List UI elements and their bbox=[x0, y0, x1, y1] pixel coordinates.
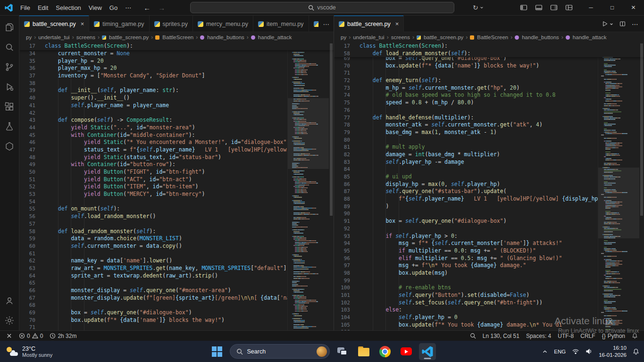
search-status[interactable] bbox=[467, 333, 479, 339]
youtube-button[interactable] bbox=[398, 343, 415, 360]
breadcrumb-item[interactable]: BattleScreen bbox=[162, 34, 193, 40]
chrome-button[interactable] bbox=[376, 343, 393, 360]
tab-overflow-button[interactable]: ⋯ bbox=[318, 16, 335, 32]
menu-edit[interactable]: Edit bbox=[34, 0, 52, 15]
breadcrumb-item[interactable]: screens bbox=[391, 34, 410, 40]
toggle-primary-sidebar-icon[interactable] bbox=[520, 4, 527, 11]
close-button[interactable]: ✕ bbox=[623, 0, 644, 15]
command-center-search[interactable]: vscode bbox=[190, 2, 454, 13]
menu-file[interactable]: File bbox=[17, 0, 34, 15]
customize-layout-icon[interactable] bbox=[565, 4, 573, 11]
menu-more[interactable]: ⋯ bbox=[121, 0, 135, 15]
breadcrumb-item[interactable]: undertale_tui bbox=[353, 34, 385, 40]
encoding[interactable]: UTF-8 bbox=[554, 333, 577, 339]
toggle-secondary-sidebar-icon[interactable] bbox=[550, 4, 558, 11]
breadcrumb-item[interactable]: handle_buttons bbox=[207, 34, 244, 40]
eol-sequence[interactable]: CRLF bbox=[577, 333, 598, 339]
more-actions-icon[interactable]: ⋯ bbox=[632, 20, 638, 28]
breadcrumb-item[interactable]: undertale_tui bbox=[38, 34, 70, 40]
notifications-button[interactable] bbox=[628, 333, 641, 339]
tab-timing-game[interactable]: timing_game.py bbox=[89, 16, 149, 32]
tab-mercy-menu[interactable]: mercy_menu.py bbox=[193, 16, 253, 32]
menu-selection[interactable]: Selection bbox=[52, 0, 84, 15]
breadcrumb-item[interactable]: BattleScreen bbox=[477, 34, 508, 40]
sync-icon[interactable]: ↻ bbox=[473, 0, 484, 15]
hexagon-extension-icon[interactable] bbox=[0, 136, 19, 156]
taskbar-search[interactable]: Search bbox=[230, 344, 330, 359]
menu-view[interactable]: View bbox=[85, 0, 106, 15]
forward-button[interactable]: → bbox=[158, 4, 165, 12]
breadcrumb-item[interactable]: py bbox=[341, 34, 346, 40]
chevron-right-icon: › bbox=[349, 34, 351, 41]
minimap[interactable] bbox=[598, 42, 639, 330]
code-editor-right[interactable]: 69 box = self.query_one("#dialogue-box")… bbox=[334, 42, 644, 330]
weather-widget[interactable]: 23°C Mostly sunny bbox=[0, 345, 109, 358]
breadcrumb-item[interactable]: py bbox=[26, 34, 32, 40]
code-line: 35 player_hp = 20 bbox=[19, 58, 334, 65]
scrollbar[interactable] bbox=[639, 42, 644, 330]
extensions-icon[interactable] bbox=[0, 97, 19, 117]
minimap-slider[interactable] bbox=[288, 98, 329, 169]
task-view-button[interactable] bbox=[334, 343, 351, 360]
minimize-button[interactable]: ─ bbox=[580, 0, 602, 15]
timer-status[interactable]: 2h 32m bbox=[46, 331, 80, 341]
back-button[interactable]: ← bbox=[143, 4, 151, 12]
search-highlight-image[interactable] bbox=[317, 346, 327, 357]
code-area[interactable]: 34 current_monster = None35 player_hp = … bbox=[19, 42, 334, 330]
toggle-panel-icon[interactable] bbox=[535, 4, 543, 11]
python-file-icon bbox=[258, 21, 264, 27]
close-tab-icon[interactable]: × bbox=[395, 20, 399, 27]
breadcrumb-item[interactable]: screens bbox=[76, 34, 95, 40]
tab-sprites[interactable]: sprites.py bbox=[150, 16, 193, 32]
beaker-icon[interactable] bbox=[0, 117, 19, 136]
tab-truncated[interactable]: ic bbox=[309, 16, 318, 32]
chevron-right-icon: › bbox=[34, 34, 36, 41]
class-symbol-icon bbox=[155, 35, 159, 40]
sticky-scroll: 17class BattleScreen(Screen):58 def load… bbox=[334, 42, 644, 57]
minimap[interactable] bbox=[287, 42, 329, 330]
remote-indicator[interactable] bbox=[3, 331, 16, 341]
code-editor-left[interactable]: 34 current_monster = None35 player_hp = … bbox=[19, 42, 334, 330]
notification-bell-icon[interactable] bbox=[633, 348, 639, 355]
breadcrumb-item[interactable]: handle_attack bbox=[573, 34, 607, 40]
sticky-scroll: 17class BattleScreen(Screen): bbox=[19, 42, 334, 50]
maximize-button[interactable]: □ bbox=[602, 0, 623, 15]
close-tab-icon[interactable]: × bbox=[81, 20, 84, 27]
breadcrumb-item[interactable]: handle_buttons bbox=[522, 34, 559, 40]
search-icon[interactable] bbox=[0, 37, 19, 57]
menu-go[interactable]: Go bbox=[106, 0, 121, 15]
language-indicator[interactable]: ENG bbox=[554, 349, 566, 354]
bell-icon bbox=[632, 333, 638, 339]
files-icon[interactable] bbox=[0, 17, 19, 37]
tab-item-menu[interactable]: item_menu.py bbox=[253, 16, 309, 32]
language-mode[interactable]: {} Python bbox=[599, 333, 628, 339]
clock[interactable]: 16:10 16-01-2026 bbox=[599, 345, 627, 359]
settings-gear-icon[interactable] bbox=[0, 311, 19, 330]
indentation[interactable]: Spaces: 4 bbox=[523, 333, 554, 339]
file-explorer-button[interactable] bbox=[355, 343, 372, 360]
hidden-icons-chevron[interactable] bbox=[542, 349, 548, 354]
run-python-file-icon[interactable] bbox=[602, 20, 613, 27]
run-debug-icon[interactable] bbox=[0, 77, 19, 97]
volume-icon[interactable] bbox=[585, 348, 593, 354]
breadcrumb-item[interactable]: handle_attack bbox=[258, 34, 292, 40]
minimap-slider[interactable] bbox=[598, 168, 639, 238]
tab-battle-screen[interactable]: battle_screen.py × bbox=[334, 16, 404, 32]
vscode-taskbar-button[interactable] bbox=[419, 343, 436, 360]
start-button[interactable] bbox=[209, 343, 226, 360]
breadcrumb-item[interactable]: battle_screen.py bbox=[424, 34, 463, 40]
problems-indicator[interactable]: 0 0 bbox=[16, 331, 46, 341]
status-bar: 0 0 2h 32m Ln 130, Col 51 Spaces: 4 UTF-… bbox=[0, 330, 644, 341]
split-editor-icon[interactable] bbox=[619, 20, 626, 27]
wifi-icon[interactable] bbox=[572, 348, 579, 354]
account-icon[interactable] bbox=[0, 291, 19, 311]
cursor-position[interactable]: Ln 130, Col 51 bbox=[479, 333, 523, 339]
breadcrumb-item[interactable]: battle_screen.py bbox=[109, 34, 149, 40]
scrollbar[interactable] bbox=[329, 42, 334, 330]
tab-bar-left: battle_screen.py × timing_game.py sprite… bbox=[19, 16, 334, 32]
tab-battle-screen[interactable]: battle_screen.py × bbox=[19, 16, 89, 32]
windows-logo-icon bbox=[212, 346, 222, 357]
scrollbar-thumb[interactable] bbox=[640, 43, 643, 216]
source-control-icon[interactable] bbox=[0, 57, 19, 77]
scrollbar-thumb[interactable] bbox=[330, 43, 333, 216]
